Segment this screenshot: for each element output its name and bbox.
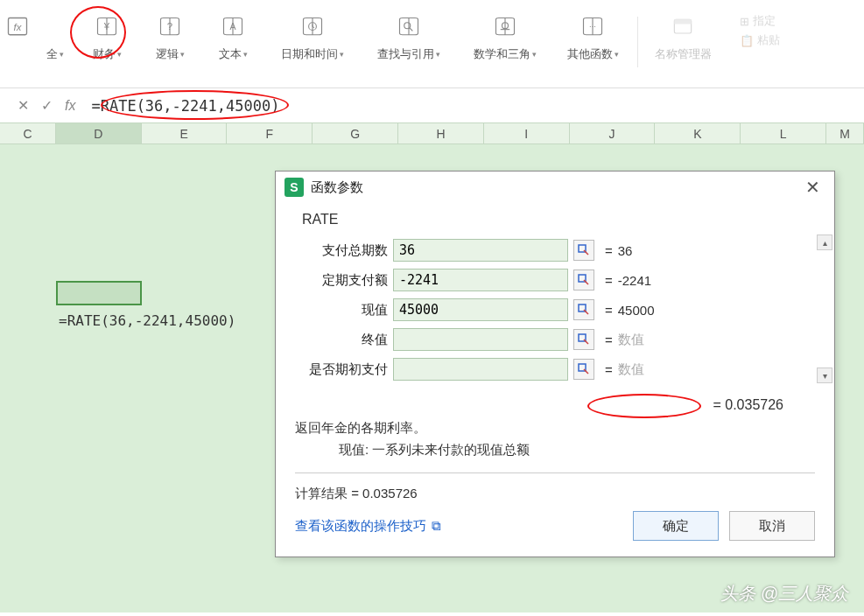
finance-label: 财务 (93, 46, 116, 62)
svg-line-6 (410, 28, 413, 32)
col-header[interactable]: G (313, 123, 398, 144)
paste-button: 📋粘贴 (740, 32, 780, 48)
ribbon-toolbar: fx 全▾ ¥ 财务▾ ? 逻辑▾ A 文本▾ 日期和时间▾ 查找与引用▾ 数学… (0, 0, 864, 88)
range-select-button[interactable] (573, 270, 594, 290)
yen-icon: ¥ (103, 21, 110, 32)
fx-icon[interactable]: fx (65, 98, 75, 114)
formula-bar: ✕ ✓ fx =RATE(36,-2241,45000) (0, 88, 864, 122)
insert-function-button[interactable]: fx (0, 13, 35, 41)
ok-button[interactable]: 确定 (633, 511, 719, 541)
svg-text:?: ? (167, 21, 172, 32)
function-arguments-dialog: S 函数参数 ✕ RATE ▴ ▾ 支付总期数 = 36 定期支付额 = -22… (275, 171, 835, 557)
all-label: 全 (46, 46, 58, 62)
name-manager-button: 名称管理器 (643, 13, 722, 62)
lookup-label: 查找与引用 (377, 46, 434, 62)
scroll-down-icon[interactable]: ▾ (817, 368, 832, 383)
external-icon: ⧉ (432, 518, 441, 534)
col-header[interactable]: I (484, 123, 570, 144)
cancel-formula-icon[interactable]: ✕ (18, 97, 29, 114)
watermark: 头条 @三人聚众 (720, 582, 848, 606)
active-cell[interactable] (56, 281, 142, 305)
chevron-down-icon: ▾ (615, 50, 619, 59)
param-label-fv: 终值 (295, 332, 393, 348)
col-header[interactable]: F (227, 123, 313, 144)
col-header[interactable]: H (398, 123, 484, 144)
logic-functions-button[interactable]: ? 逻辑▾ (138, 13, 201, 62)
specify-button: ⊞指定 (740, 13, 780, 29)
cancel-button[interactable]: 取消 (729, 511, 815, 541)
function-name: RATE (295, 206, 815, 236)
equals-sign: = (605, 303, 613, 318)
chevron-down-icon: ▾ (340, 50, 344, 59)
datetime-functions-button[interactable]: 日期和时间▾ (264, 13, 361, 62)
highlight-ellipse-result (587, 394, 701, 418)
param-input-fv[interactable] (393, 328, 568, 351)
clipboard-icon: 📋 (740, 34, 754, 47)
chevron-down-icon: ▾ (243, 50, 248, 59)
param-input-pv[interactable] (393, 298, 568, 321)
param-input-nper[interactable] (393, 239, 568, 262)
ribbon-divider (637, 17, 638, 67)
param-eval-nper: 36 (618, 243, 633, 258)
app-icon: S (284, 178, 304, 197)
all-functions-button[interactable]: 全▾ (35, 13, 75, 62)
col-header[interactable]: J (570, 123, 656, 144)
dialog-separator (295, 472, 815, 473)
math-label: 数学和三角 (474, 46, 530, 62)
scroll-up-icon[interactable]: ▴ (817, 234, 832, 250)
param-input-type[interactable] (393, 358, 568, 381)
svg-point-5 (404, 23, 411, 29)
col-header[interactable]: E (142, 123, 228, 144)
col-header[interactable]: M (826, 123, 864, 144)
param-eval-pmt: -2241 (618, 273, 651, 288)
range-select-button[interactable] (573, 240, 594, 261)
function-description: 返回年金的各期利率。 (295, 418, 815, 442)
close-icon[interactable]: ✕ (799, 174, 825, 200)
formula-input[interactable]: =RATE(36,-2241,45000) (84, 93, 855, 119)
param-eval-fv: 数值 (618, 332, 644, 348)
result-preview: = 0.035726 (295, 385, 815, 418)
param-label-pmt: 定期支付额 (295, 272, 393, 289)
param-input-pmt[interactable] (393, 269, 568, 291)
text-functions-button[interactable]: A 文本▾ (201, 13, 264, 62)
svg-text:A: A (229, 21, 235, 32)
other-label: 其他函数 (567, 46, 613, 62)
range-select-button[interactable] (573, 329, 594, 350)
dialog-title: 函数参数 (311, 179, 799, 196)
other-functions-button[interactable]: ··· 其他函数▾ (553, 13, 632, 62)
svg-rect-11 (674, 19, 691, 24)
col-header[interactable]: L (741, 123, 826, 144)
param-label-pv: 现值 (295, 302, 393, 318)
chevron-down-icon: ▾ (117, 50, 122, 59)
col-header[interactable]: D (56, 123, 142, 144)
param-label-nper: 支付总期数 (295, 242, 393, 259)
param-description: 现值: 一系列未来付款的现值总额 (295, 442, 815, 467)
svg-text:fx: fx (14, 22, 23, 32)
math-functions-button[interactable]: 数学和三角▾ (457, 13, 553, 62)
dialog-title-bar[interactable]: S 函数参数 ✕ (276, 172, 834, 203)
equals-sign: = (605, 273, 613, 288)
calculation-result: 计算结果 = 0.035726 (295, 482, 815, 511)
range-select-button[interactable] (573, 299, 594, 320)
chevron-down-icon: ▾ (532, 50, 537, 59)
equals-sign: = (605, 243, 613, 258)
param-eval-type: 数值 (618, 361, 644, 378)
col-header[interactable]: K (655, 123, 741, 144)
range-select-button[interactable] (573, 359, 594, 380)
name-manager-label: 名称管理器 (655, 46, 712, 62)
accept-formula-icon[interactable]: ✓ (41, 97, 53, 114)
datetime-label: 日期和时间 (281, 46, 338, 62)
equals-sign: = (605, 332, 613, 347)
param-eval-pv: 45000 (618, 303, 655, 318)
chevron-down-icon: ▾ (60, 50, 64, 59)
col-header[interactable]: C (0, 123, 56, 144)
table-icon: ⊞ (740, 15, 749, 28)
cell-formula-echo: =RATE(36,-2241,45000) (59, 312, 235, 329)
lookup-functions-button[interactable]: 查找与引用▾ (361, 13, 457, 62)
help-link[interactable]: 查看该函数的操作技巧 ⧉ (295, 518, 441, 535)
param-label-type: 是否期初支付 (295, 361, 393, 378)
logic-label: 逻辑 (156, 46, 179, 62)
ribbon-right-group: ⊞指定 📋粘贴 (740, 13, 780, 48)
finance-functions-button[interactable]: ¥ 财务▾ (75, 13, 138, 62)
chevron-down-icon: ▾ (180, 50, 185, 59)
